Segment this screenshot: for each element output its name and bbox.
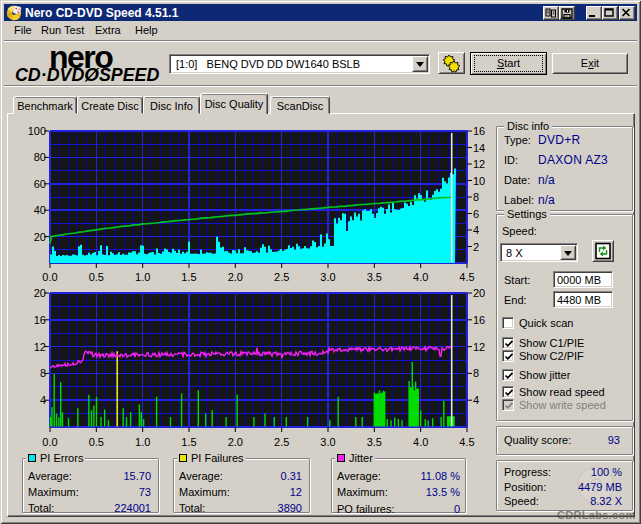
svg-text:0.5: 0.5 — [89, 271, 104, 283]
svg-text:3.0: 3.0 — [320, 271, 335, 283]
svg-text:1.0: 1.0 — [135, 271, 150, 283]
svg-text:1.5: 1.5 — [181, 271, 196, 283]
svg-text:4: 4 — [473, 394, 479, 406]
svg-text:3.0: 3.0 — [320, 436, 335, 448]
svg-text:3.5: 3.5 — [367, 436, 382, 448]
svg-text:8: 8 — [473, 367, 479, 379]
svg-text:4: 4 — [473, 224, 479, 236]
svg-text:4.0: 4.0 — [413, 271, 428, 283]
svg-text:4.5: 4.5 — [459, 271, 474, 283]
svg-text:16: 16 — [473, 314, 485, 326]
svg-text:6: 6 — [473, 208, 479, 220]
svg-text:20: 20 — [473, 287, 485, 299]
svg-text:2.5: 2.5 — [274, 271, 289, 283]
svg-text:4.5: 4.5 — [459, 436, 474, 448]
svg-text:8: 8 — [473, 191, 479, 203]
svg-text:2.5: 2.5 — [274, 436, 289, 448]
svg-text:12: 12 — [473, 158, 485, 170]
svg-text:2.0: 2.0 — [228, 436, 243, 448]
svg-text:1.5: 1.5 — [181, 436, 196, 448]
svg-text:14: 14 — [473, 142, 485, 154]
svg-text:0.0: 0.0 — [42, 436, 57, 448]
svg-text:10: 10 — [473, 175, 485, 187]
svg-text:2.0: 2.0 — [228, 271, 243, 283]
svg-text:4.0: 4.0 — [413, 436, 428, 448]
svg-text:3.5: 3.5 — [367, 271, 382, 283]
svg-text:2: 2 — [473, 241, 479, 253]
svg-text:12: 12 — [473, 341, 485, 353]
svg-text:100: 100 — [28, 125, 46, 137]
svg-text:1.0: 1.0 — [135, 436, 150, 448]
svg-text:16: 16 — [473, 125, 485, 137]
svg-text:0.0: 0.0 — [42, 271, 57, 283]
svg-text:0.5: 0.5 — [89, 436, 104, 448]
